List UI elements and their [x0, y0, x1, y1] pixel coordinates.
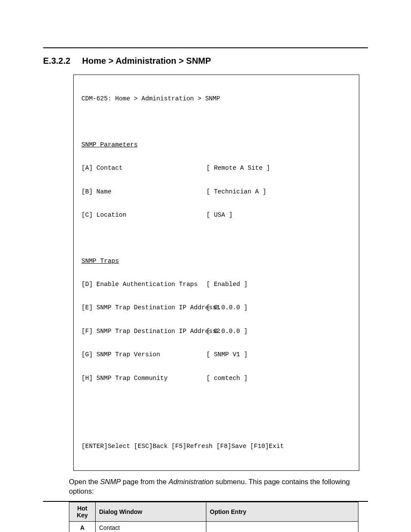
section-number: E.3.2.2: [43, 56, 80, 66]
section-title: Home > Administration > SNMP: [82, 56, 211, 65]
intro-paragraph: Open the SNMP page from the Administrati…: [69, 477, 368, 496]
terminal-screenshot: CDM-625: Home > Administration > SNMP SN…: [73, 75, 359, 471]
param-row: [C] Location[ USA ]: [81, 211, 351, 219]
table-row: A Contact Enter the desired designations: [69, 522, 358, 532]
dialog-cell: Contact: [96, 522, 206, 532]
top-rule: [43, 47, 368, 48]
page: E.3.2.2 Home > Administration > SNMP CDM…: [0, 0, 411, 532]
terminal-breadcrumb: CDM-625: Home > Administration > SNMP: [81, 95, 351, 103]
hotkey-cell: A: [69, 522, 96, 532]
section-heading: E.3.2.2 Home > Administration > SNMP: [43, 56, 368, 66]
header-hotkey: HotKey: [69, 502, 96, 522]
bottom-rule: [43, 501, 368, 502]
trap-row: [D] Enable Authentication Traps[ Enabled…: [81, 280, 351, 288]
snmp-traps-label: SNMP Traps: [81, 257, 351, 265]
option-entry-cell: Enter the desired designations: [206, 522, 358, 532]
options-table: HotKey Dialog Window Option Entry A Cont…: [69, 502, 358, 532]
terminal-footer: [ENTER]Select [ESC]Back [F5]Refresh [F8]…: [81, 442, 351, 450]
trap-row: [G] SNMP Trap Version[ SNMP V1 ]: [81, 351, 351, 358]
param-row: [B] Name[ Technician A ]: [81, 188, 351, 196]
trap-row: [F] SNMP Trap Destination IP Address2[ 0…: [81, 327, 351, 335]
header-option-entry: Option Entry: [206, 502, 358, 522]
snmp-parameters-label: SNMP Parameters: [81, 141, 351, 149]
trap-row: [E] SNMP Trap Destination IP Address1[ 0…: [81, 304, 351, 311]
param-row: [A] Contact[ Remote A Site ]: [81, 164, 351, 172]
header-dialog-window: Dialog Window: [96, 502, 206, 522]
table-header-row: HotKey Dialog Window Option Entry: [69, 502, 358, 522]
trap-row: [H] SNMP Trap Community[ comtech ]: [81, 374, 351, 382]
